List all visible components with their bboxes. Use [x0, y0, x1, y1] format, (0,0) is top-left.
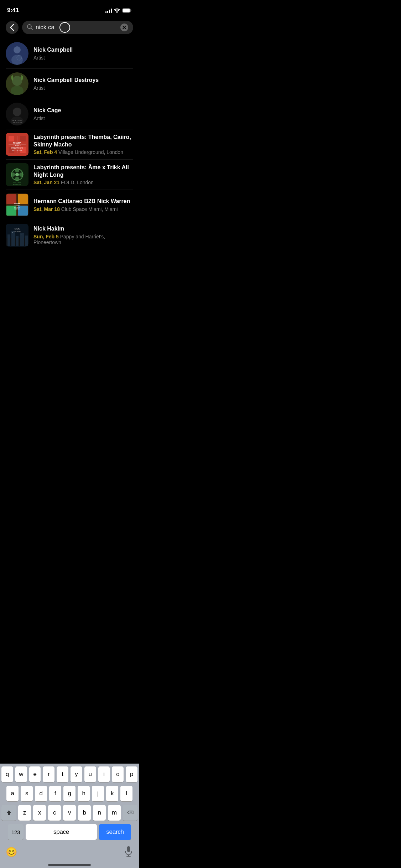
search-input-wrapper[interactable]: nick ca — [22, 21, 133, 34]
svg-text:NICK: NICK — [15, 228, 20, 230]
svg-text:Âme x Trikk: Âme x Trikk — [14, 182, 21, 184]
svg-point-35 — [19, 172, 24, 177]
result-thumb-labyrinth1: THEMBA CAIIRO SKINNY MACHO NICK CASTLE — [6, 133, 28, 156]
result-date: Sat, Feb 4 Village Underground, London — [33, 149, 133, 155]
battery-icon — [122, 8, 132, 13]
svg-text:HAKIM: HAKIM — [14, 231, 21, 233]
svg-rect-55 — [16, 236, 19, 246]
svg-text:NICK CASTLE: NICK CASTLE — [12, 150, 22, 151]
svg-marker-22 — [9, 136, 14, 141]
svg-marker-23 — [20, 136, 26, 141]
result-item-nick-hakim[interactable]: NICK HAKIM Nick Hakim Sun, Feb 5 Pappy a… — [6, 220, 133, 250]
svg-text:SKINNY MACHO: SKINNY MACHO — [11, 147, 24, 149]
status-icons — [105, 8, 132, 13]
result-info-labyrinth1: Labyrinth presents: Themba, Caiiro, Skin… — [33, 134, 133, 155]
result-info-nick-campbell: Nick Campbell Artist — [33, 46, 133, 61]
svg-text:B2B NICK: B2B NICK — [14, 207, 20, 208]
venue: Village Underground, London — [58, 149, 123, 155]
result-date: Sat, Jan 21 FOLD, London — [33, 180, 133, 185]
result-info-nick-campbell-destroys: Nick Campbell Destroys Artist — [33, 77, 133, 91]
result-title: Nick Cage — [33, 107, 133, 114]
result-thumb-nick-hakim: NICK HAKIM — [6, 224, 28, 247]
svg-rect-2 — [123, 9, 130, 12]
result-item-nick-cage[interactable]: NICK CAGE ONE CAUSE Nick Cage Artist — [6, 99, 133, 129]
venue: FOLD, London — [61, 180, 94, 185]
result-thumb-labyrinth2: Âme x Trikk All Night Long — [6, 163, 28, 186]
svg-point-37 — [11, 172, 15, 177]
svg-rect-59 — [21, 234, 21, 234]
result-thumb-nick-campbell — [6, 42, 28, 65]
result-item-labyrinth2[interactable]: Âme x Trikk All Night Long Labyrinth pre… — [6, 160, 133, 190]
svg-point-14 — [12, 76, 22, 86]
svg-point-36 — [15, 177, 19, 181]
result-item-labyrinth1[interactable]: THEMBA CAIIRO SKINNY MACHO NICK CASTLE L… — [6, 129, 133, 159]
result-title: Labyrinth presents: Themba, Caiiro, Skin… — [33, 134, 133, 149]
status-bar: 9:41 — [0, 0, 139, 18]
result-item-nick-campbell[interactable]: Nick Campbell Artist — [6, 38, 133, 68]
search-icon — [27, 24, 33, 31]
svg-point-38 — [15, 173, 19, 176]
svg-line-4 — [31, 28, 33, 30]
result-subtitle: Artist — [33, 85, 133, 91]
result-title: Hernann Cattaneo B2B Nick Warren — [33, 198, 133, 205]
result-info-hernann: Hernann Cattaneo B2B Nick Warren Sat, Ma… — [33, 198, 133, 212]
svg-text:WARREN: WARREN — [14, 208, 20, 210]
result-info-labyrinth2: Labyrinth presents: Âme x Trikk All Nigh… — [33, 164, 133, 186]
date-highlight: Sat, Jan 21 — [33, 180, 59, 185]
svg-rect-53 — [7, 234, 10, 246]
svg-point-9 — [14, 46, 21, 53]
svg-rect-54 — [11, 231, 15, 246]
svg-point-34 — [15, 168, 19, 172]
search-input[interactable]: nick ca — [36, 24, 118, 31]
svg-point-17 — [13, 108, 21, 116]
result-thumb-nick-campbell-destroys — [6, 72, 28, 95]
svg-text:CAIIRO: CAIIRO — [14, 144, 21, 146]
signal-bars-icon — [105, 8, 112, 13]
wifi-icon — [114, 8, 120, 13]
result-title: Nick Hakim — [33, 225, 133, 233]
clear-button[interactable] — [120, 24, 128, 31]
result-subtitle: Artist — [33, 115, 133, 121]
result-info-nick-cage: Nick Cage Artist — [33, 107, 133, 121]
svg-text:THEMBA: THEMBA — [13, 142, 21, 144]
svg-rect-57 — [25, 236, 28, 246]
result-item-nick-campbell-destroys[interactable]: Nick Campbell Destroys Artist — [6, 69, 133, 99]
result-thumb-nick-cage: NICK CAGE ONE CAUSE — [6, 103, 28, 125]
svg-point-11 — [17, 55, 22, 60]
svg-text:HERNAN: HERNAN — [14, 203, 20, 205]
result-subtitle: Artist — [33, 55, 133, 61]
svg-rect-58 — [12, 232, 13, 233]
back-button[interactable] — [6, 21, 19, 34]
search-bar-container: nick ca — [0, 18, 139, 38]
status-time: 9:41 — [7, 7, 19, 14]
date-highlight: Sat, Feb 4 — [33, 149, 57, 155]
result-date: Sat, Mar 18 Club Space Miami, Miami — [33, 206, 133, 212]
result-title: Nick Campbell — [33, 46, 133, 54]
svg-point-0 — [116, 12, 118, 13]
svg-text:ONE CAUSE: ONE CAUSE — [12, 122, 22, 124]
result-title: Labyrinth presents: Âme x Trikk All Nigh… — [33, 164, 133, 179]
result-item-hernann[interactable]: HERNAN CATTANEO B2B NICK WARREN Hernann … — [6, 190, 133, 220]
results-list: Nick Campbell Artist Nick Campbell Destr… — [0, 38, 139, 250]
result-date: Sun, Feb 5 Pappy and Harriet's, Pioneert… — [33, 234, 133, 245]
result-info-nick-hakim: Nick Hakim Sun, Feb 5 Pappy and Harriet'… — [33, 225, 133, 245]
svg-text:CATTANEO: CATTANEO — [14, 205, 21, 206]
date-highlight: Sun, Feb 5 — [33, 234, 59, 239]
result-title: Nick Campbell Destroys — [33, 77, 133, 84]
date-highlight: Sat, Mar 18 — [33, 206, 60, 212]
svg-rect-56 — [20, 233, 24, 246]
venue: Club Space Miami, Miami — [61, 206, 118, 212]
svg-text:All Night Long: All Night Long — [13, 184, 21, 185]
result-thumb-hernann: HERNAN CATTANEO B2B NICK WARREN — [6, 193, 28, 216]
